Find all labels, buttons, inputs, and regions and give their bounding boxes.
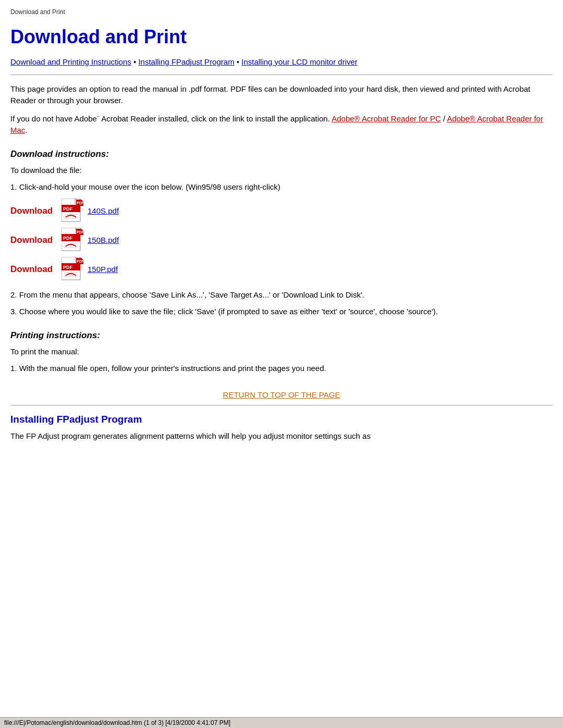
- bottom-divider: [10, 405, 553, 405]
- nav-separator-1: •: [133, 57, 138, 66]
- installing-fpadjust-heading: Installing FPadjust Program: [10, 414, 553, 425]
- return-to-top-link[interactable]: RETURN TO TOP OF THE PAGE: [223, 390, 340, 399]
- svg-text:PDF: PDF: [77, 260, 83, 263]
- pdf-link-140s[interactable]: 140S.pdf: [88, 206, 119, 215]
- intro-paragraph-2: If you do not have Adobe¨ Acrobat Reader…: [10, 113, 553, 137]
- intro-p2-suffix: .: [25, 126, 27, 134]
- download-label-1: Download: [10, 206, 57, 216]
- nav-link-lcd-driver[interactable]: Installing your LCD monitor driver: [241, 57, 358, 66]
- page-title: Download and Print: [10, 26, 553, 48]
- installing-text: The FP Adjust program generates alignmen…: [10, 430, 553, 442]
- svg-text:PDF: PDF: [63, 265, 73, 270]
- pdf-icon-1: PDF PDF: [62, 199, 83, 224]
- nav-links: Download and Printing Instructions • Ins…: [10, 56, 553, 68]
- download-step2-text: 2. From the menu that appears, choose 'S…: [10, 289, 553, 301]
- acrobat-pc-link[interactable]: Adobe® Acrobat Reader for PC: [332, 114, 441, 123]
- download-list: Download PDF PDF 140S.pdf Download: [10, 199, 553, 282]
- browser-title: Download and Print: [10, 5, 553, 21]
- intro-p2-sep: /: [441, 114, 447, 123]
- top-divider: [10, 75, 553, 75]
- download-row-3: Download PDF PDF 150P.pdf: [10, 257, 553, 282]
- download-step1-text: 1. Click-and-hold your mouse over the ic…: [10, 181, 553, 193]
- svg-text:PDF: PDF: [77, 201, 83, 205]
- download-instructions-heading: Download instructions:: [10, 149, 553, 159]
- return-to-top-container: RETURN TO TOP OF THE PAGE: [10, 390, 553, 400]
- download-row-2: Download PDF PDF 150B.pdf: [10, 228, 553, 253]
- pdf-icon-2: PDF PDF: [62, 228, 83, 253]
- printing-instructions-heading: Printing instructions:: [10, 330, 553, 341]
- nav-link-fpadjust[interactable]: Installing FPadjust Program: [138, 57, 234, 66]
- pdf-link-150p[interactable]: 150P.pdf: [88, 265, 118, 274]
- download-label-3: Download: [10, 264, 57, 275]
- download-intro-text: To download the file:: [10, 165, 553, 177]
- svg-text:PDF: PDF: [77, 230, 83, 234]
- download-step3-text: 3. Choose where you would like to save t…: [10, 306, 553, 318]
- svg-text:PDF: PDF: [63, 236, 73, 241]
- svg-text:PDF: PDF: [63, 206, 73, 212]
- nav-link-download-printing[interactable]: Download and Printing Instructions: [10, 57, 131, 66]
- pdf-link-150b[interactable]: 150B.pdf: [88, 236, 119, 244]
- nav-separator-2: •: [237, 57, 241, 66]
- printing-intro-text: To print the manual:: [10, 346, 553, 358]
- printing-step1-text: 1. With the manual file open, follow you…: [10, 363, 553, 375]
- download-row-1: Download PDF PDF 140S.pdf: [10, 199, 553, 224]
- download-label-2: Download: [10, 235, 57, 245]
- pdf-icon-3: PDF PDF: [62, 257, 83, 282]
- intro-p2-prefix: If you do not have Adobe¨ Acrobat Reader…: [10, 114, 332, 123]
- intro-paragraph-1: This page provides an option to read the…: [10, 83, 553, 107]
